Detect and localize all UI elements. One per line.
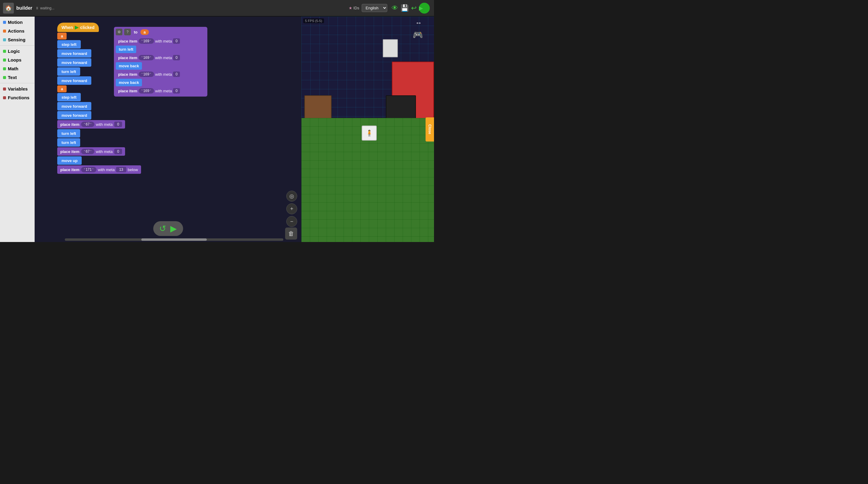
canvas-area[interactable]: When ▶ clicked a step left move forward … (35, 17, 301, 242)
canvas-scrollbar[interactable] (65, 238, 283, 241)
actions-dot (3, 30, 6, 33)
move-forward-block-5[interactable]: move forward (57, 111, 91, 119)
sidebar-item-loops[interactable]: Loops (0, 56, 34, 64)
play-icon: ▶ (75, 24, 79, 30)
text-dot (3, 76, 6, 79)
place-item-block-3[interactable]: place item "171" with meta 13 below (57, 165, 141, 174)
eye-button[interactable]: 👁 (392, 4, 398, 12)
step-left-block-2[interactable]: step left (57, 93, 81, 102)
clicked-label: clicked (80, 25, 94, 30)
var-a-block[interactable]: a (57, 33, 67, 39)
arrow-icon[interactable]: ↔ (415, 19, 422, 27)
sidebar-divider-2 (0, 83, 34, 83)
player-character: 🧍 (362, 125, 377, 141)
right-panel: 5 FPS (5-5) ↔ 🎮 🧍 Close (301, 17, 434, 242)
zoom-out-control[interactable]: − (286, 216, 297, 227)
ids-button[interactable]: ★ IDs (349, 6, 360, 10)
loops-dot (3, 59, 6, 62)
turn-left-block-2[interactable]: turn left (57, 129, 80, 138)
language-select[interactable]: English Spanish French (362, 4, 387, 12)
sidebar: Motion Actions Sensing Logic Loops Math … (0, 17, 35, 242)
trash-button[interactable]: 🗑 (285, 228, 297, 239)
popup-move-back-2[interactable]: move back (116, 79, 142, 86)
sidebar-item-actions[interactable]: Actions (0, 27, 34, 35)
sidebar-item-text[interactable]: Text (0, 73, 34, 82)
popup-place-item-2[interactable]: place item "169" with meta 0 (116, 54, 206, 62)
gamepad-icon[interactable]: 🎮 (412, 30, 423, 40)
move-forward-block-4[interactable]: move forward (57, 102, 91, 110)
popup-header: ⚙ ? to a (116, 29, 206, 35)
turn-left-block-3[interactable]: turn left (57, 138, 80, 147)
move-up-block[interactable]: move up (57, 156, 82, 165)
sidebar-divider (0, 45, 34, 46)
zoom-in-control[interactable]: + (286, 203, 297, 214)
save-button[interactable]: 💾 (401, 4, 409, 12)
popup-turn-left[interactable]: turn left (116, 46, 136, 53)
undo-button[interactable]: ↩ (411, 4, 416, 12)
sidebar-item-sensing[interactable]: Sensing (0, 35, 34, 44)
close-panel-button[interactable]: Close (426, 117, 434, 142)
bottom-playback: ↺ ▶ (153, 221, 183, 236)
canvas-scrollbar-thumb (141, 238, 207, 241)
motion-label: Motion (8, 20, 23, 25)
sensing-dot (3, 38, 6, 41)
variables-dot (3, 87, 6, 90)
turn-left-block-1[interactable]: turn left (57, 67, 80, 76)
topbar: 🏠 builder ⏸ waiting... ★ IDs English Spa… (0, 0, 434, 17)
sidebar-item-math[interactable]: Math (0, 64, 34, 73)
playback-play-button[interactable]: ▶ (170, 224, 177, 233)
loops-label: Loops (8, 57, 22, 62)
place-item-block-2[interactable]: place item "67" with meta 0 (57, 147, 125, 156)
math-dot (3, 67, 6, 70)
popup-place-item-1[interactable]: place item "169" with meta 0 (116, 37, 206, 45)
game-view: 5 FPS (5-5) ↔ 🎮 🧍 Close (301, 17, 434, 242)
canvas-controls: ◎ + − (286, 191, 297, 227)
center-control[interactable]: ◎ (286, 191, 297, 202)
app-title: builder (16, 5, 32, 11)
move-forward-block-3[interactable]: move forward (57, 76, 91, 85)
main-layout: Motion Actions Sensing Logic Loops Math … (0, 17, 434, 242)
sidebar-item-motion[interactable]: Motion (0, 18, 34, 27)
actions-label: Actions (8, 28, 24, 33)
fps-badge: 5 FPS (5-5) (303, 19, 324, 23)
logic-dot (3, 50, 6, 53)
math-label: Math (8, 66, 19, 71)
white-box (383, 39, 398, 57)
popup-panel: ⚙ ? to a place item "169" with meta 0 tu… (114, 27, 207, 96)
var-a-block-2[interactable]: a (57, 85, 67, 92)
variables-label: Variables (8, 86, 28, 91)
logic-label: Logic (8, 49, 20, 54)
ids-star-icon: ★ (349, 6, 352, 10)
popup-place-item-3[interactable]: place item "169" with meta 0 (116, 70, 206, 78)
text-label: Text (8, 75, 17, 80)
place-item-block-1[interactable]: place item "67" with meta 0 (57, 120, 125, 129)
popup-place-item-4[interactable]: place item "169" with meta 0 (116, 87, 206, 95)
step-left-block[interactable]: step left (57, 40, 81, 49)
functions-label: Functions (8, 95, 30, 100)
move-forward-block-2[interactable]: move forward (57, 58, 91, 67)
sidebar-item-logic[interactable]: Logic (0, 47, 34, 56)
functions-dot (3, 96, 6, 99)
popup-help-icon[interactable]: ? (124, 29, 131, 35)
playback-undo-button[interactable]: ↺ (159, 224, 166, 233)
move-forward-block-1[interactable]: move forward (57, 49, 91, 58)
run-button[interactable]: ▶ (419, 3, 430, 13)
when-label: When (61, 25, 73, 30)
sidebar-item-functions[interactable]: Functions (0, 93, 34, 102)
sidebar-item-variables[interactable]: Variables (0, 84, 34, 93)
popup-move-back-1[interactable]: move back (116, 62, 142, 70)
sensing-label: Sensing (8, 37, 25, 42)
popup-settings-icon[interactable]: ⚙ (116, 29, 122, 35)
app-icon: 🏠 (3, 3, 14, 13)
app-status: waiting... (40, 6, 54, 10)
motion-dot (3, 21, 6, 24)
hat-block[interactable]: When ▶ clicked (57, 23, 99, 32)
